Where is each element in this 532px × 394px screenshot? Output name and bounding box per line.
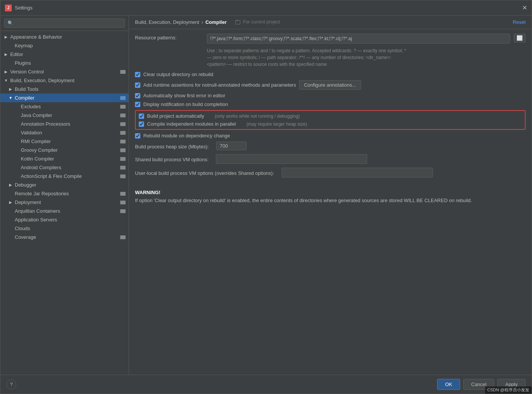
panel-header: Build, Execution, Deployment › Compiler … [129,16,532,29]
runtime-assertions-row: Add runtime assertions for notnull-annot… [135,80,526,90]
breadcrumb-current: Compiler [205,19,226,25]
sidebar-item-annotation-proc[interactable]: ▶ Annotation Processors [0,120,129,128]
sidebar-item-groovy-compiler[interactable]: ▶ Groovy Compiler [0,146,129,154]
expand-arrow-build: ▼ [3,78,9,83]
sidebar-item-coverage[interactable]: ▶ Coverage [0,233,129,241]
build-auto-checkbox[interactable] [139,114,144,119]
sidebar-item-excludes[interactable]: ▶ Excludes [0,102,129,111]
warning-box: WARNING! If option 'Clear output directo… [135,185,526,209]
reset-button[interactable]: Reset [513,19,526,25]
user-vm-input[interactable] [282,168,433,178]
compile-parallel-checkbox[interactable] [139,121,144,127]
settings-icon-compiler [120,96,126,100]
build-auto-row: Build project automatically (only works … [139,113,522,119]
display-notification-row: Display notification on build completion [135,101,526,107]
sidebar-item-build-tools[interactable]: ▶ Build Tools [0,85,129,93]
sidebar-item-label: Appearance & Behavior [10,34,62,40]
settings-icon-deployment [120,201,126,204]
settings-icon-rmi [120,140,126,143]
for-project-label: For current project [235,19,280,25]
sidebar-item-label: Build, Execution, Deployment [10,78,74,83]
resource-patterns-label: Resource patterns: [135,34,203,40]
sidebar-item-label: Build Tools [15,86,39,92]
warning-title: WARNING! [135,189,526,197]
compile-parallel-row: Compile independent modules in parallel … [139,121,522,127]
heap-size-label: Build process heap size (Mbytes): [135,143,209,150]
clear-output-row: Clear output directory on rebuild [135,72,526,77]
sidebar-item-label: Keymap [15,43,33,48]
sidebar-item-plugins[interactable]: ▶ Plugins [0,59,129,67]
close-button[interactable]: ✕ [522,4,527,11]
settings-icon-actionscript [120,174,126,178]
auto-show-error-checkbox[interactable] [135,93,140,98]
user-vm-label: User-local build process VM options (ove… [135,169,274,176]
resource-expand-button[interactable]: ⬜ [514,34,526,42]
expand-arrow-deployment: ▶ [8,200,13,205]
sidebar-item-label: Clouds [15,226,30,231]
user-vm-row: User-local build process VM options (ove… [135,168,526,178]
sidebar-item-debugger[interactable]: ▶ Debugger [0,181,129,189]
auto-show-error-label: Automatically show first error in editor [143,93,225,98]
sidebar-item-arquillian[interactable]: ▶ Arquillian Containers [0,207,129,215]
sidebar-item-label: Version Control [10,69,44,75]
search-input[interactable] [4,19,125,28]
shared-vm-input[interactable] [216,154,367,164]
sidebar-item-compiler[interactable]: ▼ Compiler ← 编译# [0,93,129,102]
breadcrumb-parent: Build, Execution, Deployment [135,19,199,25]
search-box [0,16,129,31]
help-button[interactable]: ? [6,380,16,389]
rebuild-module-row: Rebuild module on dependency change [135,133,526,139]
configure-annotations-button[interactable]: Configure annotations... [299,80,361,90]
sidebar-item-app-servers[interactable]: ▶ Application Servers [0,215,129,224]
sidebar-item-clouds[interactable]: ▶ Clouds [0,224,129,233]
sidebar-item-version-control[interactable]: ▶ Version Control [0,67,129,76]
sidebar-item-label: Debugger [15,182,36,188]
sidebar-item-deployment[interactable]: ▶ Deployment [0,198,129,207]
rebuild-module-checkbox[interactable] [135,133,140,139]
runtime-assertions-label: Add runtime assertions for notnull-annot… [143,82,296,88]
sidebar-item-keymap[interactable]: ▶ Keymap [0,41,129,50]
expand-arrow-editor: ▶ [3,52,9,57]
expand-arrow-vc: ▶ [3,69,9,75]
sidebar-item-label: Remote Jar Repositories [15,191,69,196]
sidebar-item-appearance[interactable]: ▶ Appearance & Behavior [0,33,129,41]
sidebar-tree: ▶ Appearance & Behavior ▶ Keymap ▶ Edito… [0,31,129,375]
sidebar-item-validation[interactable]: ▶ Validation [0,128,129,137]
sidebar-item-rmi-compiler[interactable]: ▶ RMI Compiler [0,137,129,146]
sidebar-item-kotlin-compiler[interactable]: ▶ Kotlin Compiler [0,154,129,163]
sidebar-item-label: Kotlin Compiler [21,156,54,162]
svg-rect-0 [236,20,240,24]
sidebar-item-label: ActionScript & Flex Compile [21,173,82,179]
project-icon [235,20,240,25]
ok-button[interactable]: OK [437,379,460,390]
runtime-assertions-checkbox[interactable] [135,83,140,88]
rebuild-module-label: Rebuild module on dependency change [143,133,230,139]
sidebar-item-remote-jar[interactable]: ▶ Remote Jar Repositories [0,189,129,198]
settings-icon-java [120,114,126,117]
sidebar-item-label: Groovy Compiler [21,147,58,153]
sidebar-item-label: Java Compiler [21,112,52,118]
highlighted-section: Build project automatically (only works … [135,110,526,130]
heap-size-input[interactable] [216,142,247,150]
display-notification-checkbox[interactable] [135,102,140,107]
sidebar-item-label: Annotation Processors [21,121,70,127]
sidebar-item-label: Editor [10,51,23,57]
sidebar-item-label: Coverage [15,234,36,240]
sidebar-item-label: RMI Compiler [21,139,51,144]
auto-show-error-row: Automatically show first error in editor [135,93,526,98]
sidebar-item-actionscript[interactable]: ▶ ActionScript & Flex Compile [0,172,129,181]
display-notification-label: Display notification on build completion [143,101,228,107]
sidebar-item-build-exec[interactable]: ▼ Build, Execution, Deployment [0,76,129,85]
sidebar-item-android-compilers[interactable]: ▶ Android Compilers [0,163,129,172]
sidebar-item-editor[interactable]: ▶ Editor [0,50,129,59]
app-icon: J [5,5,12,11]
clear-output-checkbox[interactable] [135,72,140,77]
build-auto-hint: (only works while not running / debuggin… [215,114,300,119]
sidebar-item-label: Validation [21,130,42,135]
resource-patterns-input[interactable] [207,34,510,44]
bottom-bar: ? OK Cancel Apply [0,375,532,394]
sidebar-item-label: Android Compilers [21,165,61,170]
sidebar-item-java-compiler[interactable]: ▶ Java Compiler [0,111,129,120]
sidebar-item-label: Plugins [15,60,31,66]
hint-text: Use ; to separate patterns and ! to nega… [207,47,526,68]
